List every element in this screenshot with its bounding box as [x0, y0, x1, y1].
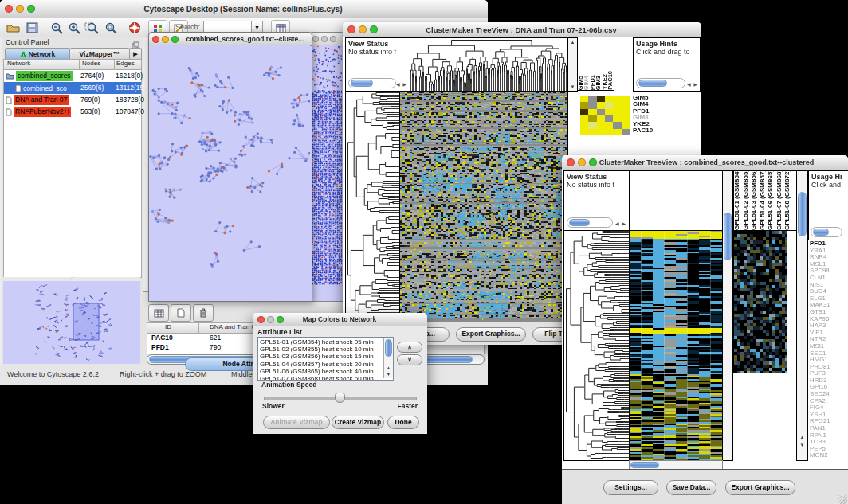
- tv2-heatmap-vscrollbar[interactable]: [722, 170, 733, 461]
- network-table-row[interactable]: combined_sco2569(6)13112(15): [4, 82, 141, 94]
- save-session-button[interactable]: [23, 20, 41, 35]
- tv1-column-dendrogram[interactable]: [410, 37, 567, 92]
- tv2-detail-heatmap[interactable]: [733, 230, 787, 373]
- tv1-usage-hints-panel: Usage Hints Click and drag to ◀ ▶: [633, 37, 701, 92]
- done-button[interactable]: Done: [387, 416, 419, 429]
- main-titlebar[interactable]: Cytoscape Desktop (Session Name: collins…: [0, 0, 488, 18]
- zoom-in-button[interactable]: [65, 20, 83, 35]
- zoom-icon[interactable]: [171, 36, 179, 43]
- minimize-icon[interactable]: [267, 316, 274, 323]
- move-attribute-down-button[interactable]: ∨: [397, 354, 422, 365]
- minimize-icon[interactable]: [162, 36, 169, 43]
- slider-max-label: Faster: [397, 402, 418, 410]
- tv1-export-graphics-button[interactable]: Export Graphics...: [456, 327, 526, 342]
- tab-overflow-arrow[interactable]: ▶: [129, 48, 142, 60]
- tab-network[interactable]: Network: [5, 48, 70, 60]
- close-icon[interactable]: [567, 158, 575, 166]
- select-attributes-button[interactable]: [148, 304, 169, 322]
- column-label: GIM4: [583, 76, 589, 90]
- tv1-top-vscrollbar[interactable]: ▲▼: [567, 37, 578, 92]
- treeview1-titlebar[interactable]: ClusterMaker TreeView : DNA and Tran 07-…: [343, 22, 701, 37]
- network-table-row[interactable]: DNA and Tran 07769(0)183728(0): [4, 94, 141, 106]
- gene-label: MON2: [810, 452, 847, 459]
- tv1-detail-heatmap[interactable]: [580, 96, 630, 135]
- zoom-out-button[interactable]: [48, 20, 65, 35]
- network-table-header[interactable]: Network Nodes Edges: [4, 60, 141, 70]
- desktop: { "colors": { "accent_blue": "#3875d7", …: [0, 0, 848, 504]
- main-window-title: Cytoscape Desktop (Session Name: collins…: [35, 5, 451, 14]
- attribute-list-label: Attribute List: [257, 328, 302, 336]
- network-canvas[interactable]: [149, 45, 310, 299]
- close-icon[interactable]: [347, 25, 355, 33]
- close-icon[interactable]: [5, 5, 13, 13]
- tv1-heatmap[interactable]: [399, 92, 568, 323]
- animation-speed-slider-thumb[interactable]: [335, 393, 345, 403]
- tv2-hints-scrollbar[interactable]: [811, 227, 842, 237]
- network-frame-titlebar[interactable]: combined_scores_good.txt--cluste...: [149, 33, 312, 46]
- network-table-row[interactable]: combined_scores2764(0)16218(0): [4, 70, 141, 82]
- close-icon[interactable]: [257, 316, 265, 323]
- tv2-labels-vscrollbar[interactable]: ▲▼: [796, 170, 808, 461]
- resize-grip[interactable]: [838, 495, 847, 504]
- dialog-titlebar[interactable]: Map Colors to Network: [253, 313, 427, 326]
- attribute-list-scrollbar[interactable]: ▲▼: [383, 338, 393, 378]
- create-vizmap-button[interactable]: Create Vizmap: [332, 416, 384, 429]
- attribute-list-item[interactable]: GPL51-02 (GSM855) heat shock 10 min: [258, 346, 383, 353]
- tv1-detail-row-labels: GIM5GIM4PFD1GIM3YKE2PAC10: [633, 95, 653, 135]
- minimize-icon[interactable]: [578, 158, 586, 166]
- attribute-list-item[interactable]: GPL51-03 (GSM856) heat shock 15 min: [258, 353, 383, 360]
- minimize-icon[interactable]: [16, 5, 24, 13]
- tv1-status-scrollbar[interactable]: [348, 78, 396, 88]
- zoom-icon[interactable]: [589, 158, 597, 166]
- dialog-title: Map Colors to Network: [284, 315, 395, 323]
- tv1-hints-scrollbar[interactable]: [636, 78, 685, 88]
- zoom-icon[interactable]: [277, 316, 284, 323]
- tv2-settings-button[interactable]: Settings...: [603, 480, 658, 495]
- help-button[interactable]: [126, 20, 143, 35]
- treeview1-title: ClusterMaker TreeView : DNA and Tran 07-…: [378, 25, 665, 34]
- attribute-list-item[interactable]: GPL51-07 (GSM868) heat shock 60 min: [258, 375, 383, 381]
- zoom-icon[interactable]: [330, 36, 336, 42]
- animation-speed-label: Animation Speed: [259, 381, 319, 389]
- tv2-row-dendrogram[interactable]: [563, 230, 630, 461]
- tv2-usage-hints-panel: Usage Hi Click and: [808, 170, 848, 240]
- attribute-list-item[interactable]: GPL51-06 (GSM865) heat shock 40 min: [258, 368, 383, 375]
- tv2-export-graphics-button[interactable]: Export Graphics...: [725, 480, 795, 495]
- new-attribute-button[interactable]: [171, 304, 191, 322]
- tv1-row-dendrogram[interactable]: [345, 92, 400, 323]
- treeview2-titlebar[interactable]: ClusterMaker TreeView : combined_scores_…: [562, 155, 848, 170]
- zoom-fit-button[interactable]: [102, 20, 120, 35]
- attribute-list-item[interactable]: GPL51-01 (GSM854) heat shock 05 min: [258, 338, 383, 346]
- zoom-selected-button[interactable]: [83, 20, 100, 35]
- attribute-listbox[interactable]: GPL51-01 (GSM854) heat shock 05 minGPL51…: [257, 337, 394, 381]
- birdseye-view[interactable]: [3, 281, 140, 364]
- network-table-row[interactable]: RNAPuberNov2+I563(0)107847(0): [4, 106, 141, 118]
- minimize-icon[interactable]: [359, 25, 367, 33]
- move-attribute-up-button[interactable]: ∧: [397, 342, 422, 353]
- close-icon[interactable]: [312, 36, 319, 42]
- zoom-icon[interactable]: [27, 5, 35, 13]
- open-session-button[interactable]: [4, 20, 22, 35]
- tv2-column-labels: GPL51-01 (GSM854)GPL51-02 (GSM855)GPL51-…: [733, 170, 797, 231]
- attribute-list-item[interactable]: GPL51-04 (GSM857) heat shock 20 min: [258, 361, 383, 368]
- tv2-save-data-button[interactable]: Save Data...: [666, 480, 716, 495]
- dense-network-canvas[interactable]: [310, 45, 342, 300]
- close-icon[interactable]: [152, 36, 159, 43]
- window-controls[interactable]: [5, 5, 35, 13]
- tv2-column-tree-area[interactable]: [629, 170, 723, 231]
- zoom-in-icon: [68, 21, 81, 34]
- delete-attribute-button[interactable]: [193, 304, 214, 322]
- column-label: GIM3: [595, 76, 601, 90]
- zoom-out-icon: [50, 21, 64, 34]
- tab-vizmapper[interactable]: VizMapper™: [69, 48, 130, 60]
- network-frame-title: combined_scores_good.txt--cluste...: [179, 35, 312, 43]
- zoom-icon[interactable]: [370, 25, 378, 33]
- animate-vizmap-button[interactable]: Animate Vizmap: [263, 416, 330, 429]
- search-label: Search:: [175, 23, 200, 31]
- network-name: DNA and Tran 07: [14, 95, 69, 105]
- attribute-grid-icon: [154, 309, 164, 318]
- tv2-status-scrollbar[interactable]: [567, 217, 613, 228]
- row-label: PAC10: [633, 127, 653, 134]
- minimize-icon[interactable]: [321, 36, 328, 42]
- tv2-heatmap[interactable]: [629, 230, 723, 461]
